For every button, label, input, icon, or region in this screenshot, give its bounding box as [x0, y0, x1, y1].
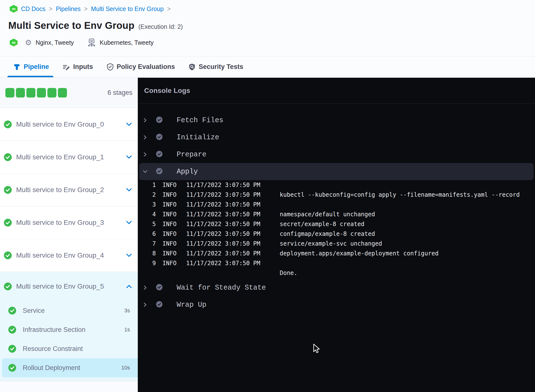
- stage-row[interactable]: Multi service to Env Group_4: [0, 239, 138, 272]
- success-check-icon: [4, 186, 12, 194]
- chevron-down-icon[interactable]: [126, 221, 132, 225]
- chevron-right-icon[interactable]: [143, 152, 148, 157]
- stage-step-row[interactable]: Infrastructure Section1s: [0, 320, 138, 339]
- chevron-down-icon[interactable]: [126, 155, 132, 159]
- chevron-up-icon[interactable]: [126, 284, 132, 288]
- log-level: INFO: [162, 191, 176, 198]
- console-step-row[interactable]: Apply: [139, 163, 534, 180]
- log-line-number: 7: [138, 240, 156, 247]
- log-level: INFO: [162, 230, 176, 237]
- expanded-stage-section: Multi service to Env Group_5Service3sInf…: [0, 272, 138, 381]
- stage-row[interactable]: Multi service to Env Group_3: [0, 206, 138, 239]
- title-row: Multi Service to Env Group (Execution Id…: [8, 20, 183, 31]
- log-message: kubectl --kubeconfig=config apply --file…: [280, 191, 520, 198]
- log-message: configmap/example-8 created: [280, 230, 375, 237]
- stage-step-row[interactable]: Rollout Deployment10s: [2, 358, 138, 377]
- stage-step-row[interactable]: Resource Constraint: [0, 339, 138, 358]
- log-message: service/example-svc unchanged: [280, 240, 382, 247]
- chevron-right-icon[interactable]: [143, 118, 148, 123]
- chevron-right-icon[interactable]: [143, 135, 148, 140]
- log-timestamp: 11/17/2022 3:07:50 PM: [186, 211, 259, 218]
- log-line: 3INFO11/17/2022 3:07:50 PM: [138, 200, 535, 209]
- tab-label: Security Tests: [199, 63, 243, 71]
- log-line-number: 3: [138, 201, 156, 208]
- breadcrumb-separator: >: [84, 5, 88, 12]
- execution-id: (Execution Id: 2): [138, 23, 183, 30]
- stages-sidebar: 6 stages Multi service to Env Group_0Mul…: [0, 78, 138, 392]
- console-step-label: Initialize: [177, 133, 219, 142]
- success-check-icon: [8, 307, 16, 315]
- services-gear-icon: ⚙: [25, 39, 32, 46]
- success-check-icon: [8, 326, 16, 334]
- console-step-row[interactable]: Wait for Steady State: [138, 279, 535, 296]
- log-timestamp: 11/17/2022 3:07:50 PM: [186, 221, 259, 228]
- console-step-row[interactable]: Fetch Files: [138, 112, 535, 129]
- stage-success-square[interactable]: [58, 88, 67, 98]
- log-line: 9INFO11/17/2022 3:07:50 PM: [138, 258, 535, 268]
- breadcrumb-link[interactable]: CD Docs: [21, 5, 45, 12]
- tab-inputs[interactable]: Inputs: [63, 56, 93, 77]
- breadcrumb-link[interactable]: Multi Service to Env Group: [91, 5, 164, 12]
- stage-progress-squares: [5, 88, 67, 98]
- log-level: INFO: [162, 240, 176, 247]
- log-message: deployment.apps/example-deployment confi…: [280, 250, 439, 257]
- console-step-row[interactable]: Prepare: [138, 146, 535, 163]
- console-step-row[interactable]: Initialize: [138, 129, 535, 146]
- log-line: 4INFO11/17/2022 3:07:50 PMnamespace/defa…: [138, 209, 535, 219]
- console-step-label: Fetch Files: [177, 116, 223, 124]
- stage-label: Multi service to Env Group_0: [16, 120, 126, 128]
- chevron-down-icon[interactable]: [143, 169, 148, 174]
- tab-label: Pipeline: [24, 63, 49, 71]
- log-level: INFO: [162, 221, 176, 228]
- step-success-check-icon: [156, 151, 162, 157]
- success-check-icon: [8, 345, 16, 353]
- chevron-right-icon[interactable]: [143, 302, 148, 307]
- harness-cd-icon: ∞: [10, 5, 18, 13]
- stage-success-square[interactable]: [5, 88, 14, 98]
- tab-label: Policy Evaluations: [117, 63, 175, 71]
- log-level: INFO: [162, 260, 176, 267]
- chevron-down-icon[interactable]: [126, 188, 132, 192]
- step-duration: 10s: [121, 365, 130, 371]
- chevron-down-icon[interactable]: [126, 253, 132, 257]
- tab-pipeline[interactable]: Pipeline: [13, 56, 49, 77]
- log-message: secret/example-8 created: [280, 221, 364, 228]
- breadcrumb-link[interactable]: Pipelines: [56, 5, 81, 12]
- log-timestamp: 11/17/2022 3:07:50 PM: [186, 240, 259, 247]
- console-step-label: Wait for Steady State: [177, 284, 266, 292]
- chevron-down-icon[interactable]: [126, 122, 132, 126]
- log-block: 1INFO11/17/2022 3:07:50 PM2INFO11/17/202…: [138, 180, 535, 278]
- stage-success-square[interactable]: [16, 88, 25, 98]
- stage-step-row[interactable]: Service3s: [0, 301, 138, 320]
- success-check-icon: [8, 345, 16, 353]
- stage-row[interactable]: Multi service to Env Group_0: [0, 108, 138, 141]
- console-logs-header: Console Logs: [138, 78, 535, 104]
- tab-label: Inputs: [73, 63, 93, 71]
- tab-security-tests[interactable]: Security Tests: [189, 56, 243, 77]
- log-timestamp: 11/17/2022 3:07:50 PM: [186, 230, 259, 237]
- log-line-number: 4: [138, 211, 156, 218]
- tab-policy-evaluations[interactable]: Policy Evaluations: [107, 56, 175, 77]
- stage-row[interactable]: Multi service to Env Group_5: [0, 272, 138, 301]
- step-label: Resource Constraint: [23, 345, 130, 353]
- stage-label: Multi service to Env Group_3: [16, 219, 126, 227]
- stage-success-square[interactable]: [47, 88, 56, 98]
- log-line: 2INFO11/17/2022 3:07:50 PMkubectl --kube…: [138, 190, 535, 200]
- chevron-right-icon[interactable]: [143, 285, 148, 290]
- console-step-row[interactable]: Wrap Up: [138, 296, 535, 313]
- stage-success-square[interactable]: [26, 88, 35, 98]
- stage-row[interactable]: Multi service to Env Group_2: [0, 174, 138, 206]
- execution-meta-row: ∞ ⚙ Nginx, Tweety Kubernetes, Tweety: [10, 38, 154, 47]
- page-title: Multi Service to Env Group: [8, 20, 134, 31]
- log-timestamp: 11/17/2022 3:07:50 PM: [186, 182, 259, 188]
- stage-success-square[interactable]: [37, 88, 46, 98]
- log-line: 6INFO11/17/2022 3:07:50 PMconfigmap/exam…: [138, 229, 535, 239]
- success-check-icon: [4, 283, 12, 290]
- breadcrumb-separator: >: [167, 5, 171, 12]
- log-message: Done.: [280, 270, 297, 276]
- stage-row[interactable]: Multi service to Env Group_1: [0, 141, 138, 174]
- breadcrumb: ∞ CD Docs>Pipelines>Multi Service to Env…: [10, 5, 171, 13]
- log-line-number: 6: [138, 230, 156, 237]
- success-check-icon: [8, 326, 16, 334]
- pipeline-icon: [13, 63, 21, 71]
